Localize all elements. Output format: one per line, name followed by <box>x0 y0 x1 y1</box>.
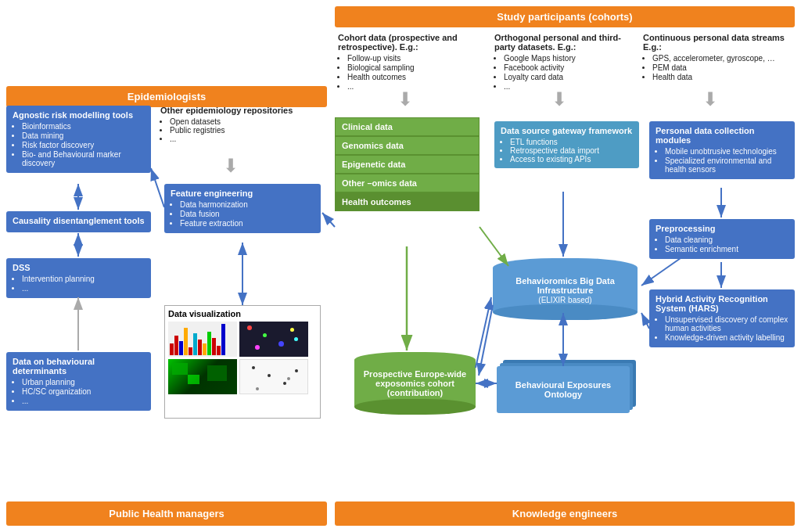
cohort-down-arrow: ⬇ <box>397 90 413 109</box>
preprocessing-box: Preprocessing Data cleaning Semantic enr… <box>649 219 795 259</box>
behavioural-determinants-box: Data on behavioural determinants Urban p… <box>6 352 151 411</box>
orthogonal-list: Google Maps history Facebook activity Lo… <box>494 54 631 91</box>
svg-line-8 <box>322 213 335 227</box>
continuous-list: GPS, accelerometer, gyroscope, … PEM dat… <box>643 54 795 81</box>
feature-engineering-box: Feature engineering Data harmonization D… <box>164 184 321 233</box>
clinical-data-box: Clinical data <box>335 117 480 136</box>
svg-line-7 <box>151 168 164 207</box>
prospective-cylinder: Prospective Europe-wide exposomics cohor… <box>354 352 476 415</box>
data-source-gateway-box: Data source gateway framework ETL functi… <box>494 121 639 168</box>
study-participants-banner: Study participants (cohorts) <box>335 6 795 27</box>
continuous-section: Continuous personal data streams E.g.: G… <box>643 33 795 82</box>
health-outcomes-box: Health outcomes <box>335 192 480 211</box>
orthogonal-section: Orthogonal personal and third-party data… <box>494 33 631 92</box>
epigenetic-data-box: Epigenetic data <box>335 155 480 174</box>
knowledge-engineers-banner: Knowledge engineers <box>335 501 795 526</box>
cohort-data-list: Follow-up visits Biological sampling Hea… <box>338 54 483 91</box>
orthogonal-down-arrow: ⬇ <box>551 90 567 109</box>
omics-data-box: Other –omics data <box>335 174 480 192</box>
diagram-container: Study participants (cohorts) Epidemiolog… <box>0 0 801 532</box>
genomics-data-box: Genomics data <box>335 136 480 155</box>
other-epidemiology-section: Other epidemiology repositories Open dat… <box>160 106 317 143</box>
svg-line-16 <box>641 258 681 286</box>
continuous-down-arrow: ⬇ <box>702 90 718 109</box>
cohort-data-section: Cohort data (prospective and retrospecti… <box>338 33 483 92</box>
data-visualization-box: Data visualization <box>164 305 321 419</box>
personal-data-collection-box: Personal data collection modules Mobile … <box>649 121 795 179</box>
dss-box: DSS Intervention planning ... <box>6 258 151 298</box>
public-health-managers-banner: Public Health managers <box>6 501 327 526</box>
causality-box: Causality disentanglement tools <box>6 211 151 232</box>
hars-box: Hybrid Activity Recognition System (HARS… <box>649 289 795 347</box>
green-stack: Clinical data Genomics data Epigenetic d… <box>335 117 480 211</box>
agnostic-risk-box: Agnostic risk modelling tools Bioinforma… <box>6 106 151 173</box>
svg-line-19 <box>641 313 649 329</box>
epidemiologists-banner: Epidemiologists <box>6 86 327 107</box>
behavioural-exposures-box: Behavioural Exposures Ontology <box>497 366 630 413</box>
svg-line-13 <box>476 297 491 368</box>
behavioromics-cylinder: Behavioromics Big Data Infrastructure (E… <box>493 258 638 320</box>
other-epi-down-arrow: ⬇ <box>223 156 239 175</box>
svg-line-12 <box>479 305 493 376</box>
